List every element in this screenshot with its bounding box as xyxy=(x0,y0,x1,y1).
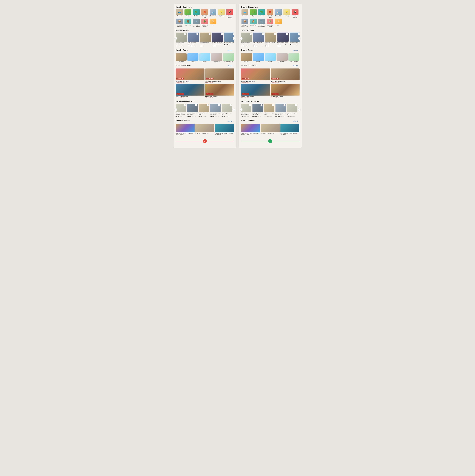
rec-card[interactable]: ♡ Leonard Upholstered Platform Bed $157.… xyxy=(276,104,286,117)
dept-item[interactable]: 🌿 Outdoor xyxy=(258,9,265,18)
editor-card[interactable]: 3 Power Recipes to Start Your Year (and … xyxy=(176,124,194,136)
wishlist-button[interactable]: ♡ xyxy=(250,33,252,35)
dept-item[interactable]: 🔧 Home Improvement xyxy=(192,18,200,27)
wishlist-button[interactable]: ♡ xyxy=(274,33,276,35)
dept-item[interactable]: 💡 Lighting xyxy=(283,9,291,18)
dept-item[interactable]: 🟩 Rugs xyxy=(184,9,192,18)
product-card[interactable]: ♡ Colby Upholstered Platform Bed $155.99… xyxy=(253,33,264,47)
deals-see-all-right[interactable]: See All → xyxy=(293,65,299,67)
room-item[interactable]: Living Room xyxy=(176,53,187,62)
dept-item[interactable]: 💡 Lighting xyxy=(217,9,225,18)
product-card[interactable]: ♡ Colby Upholstered Platform Bed $155.99… xyxy=(188,33,199,47)
rec-card[interactable]: ♡ Greer Ivory/Grey Area Rug $33.99 $895.… xyxy=(287,104,298,117)
dept-item[interactable]: 🌿 Outdoor xyxy=(192,9,200,18)
dept-item[interactable]: 🧸 Baby & Kids xyxy=(184,18,192,27)
editor-card[interactable]: How to Design the "Big Girl" Bedroom of … xyxy=(281,124,299,136)
rec-prev-left[interactable]: ‹ xyxy=(175,108,177,111)
room-item[interactable]: Dining Room xyxy=(211,53,222,62)
dept-item[interactable]: 🟩 Rugs xyxy=(249,9,257,18)
room-item[interactable]: Bedroom xyxy=(187,53,198,62)
deal-card[interactable]: Up to 70% OFF Kitchen Carts for Small Sp… xyxy=(271,68,299,83)
editors-see-all-right[interactable]: See All → xyxy=(293,120,299,122)
dept-item[interactable]: 🍳 Kitchen & Tabletop xyxy=(291,9,299,18)
wishlist-button[interactable]: ♡ xyxy=(221,33,223,35)
rec-next-right[interactable]: › xyxy=(298,108,300,111)
rec-card[interactable]: ♡ Leonard Upholstered Platform Bed $157.… xyxy=(210,104,221,117)
deal-card[interactable]: Up to 70% OFF 5x8 Area Rugs Under $39 ⏱ … xyxy=(205,84,234,98)
dept-item[interactable]: 🏷️ Sale xyxy=(209,18,217,27)
deal-card[interactable]: Up to 70% OFF Bedrooms for Every Budget … xyxy=(176,68,205,83)
rec-prev-right[interactable]: ‹ xyxy=(240,108,243,111)
deal-card[interactable]: Up to 70% OFF Custom Upholstery Deals ⏱ … xyxy=(176,84,205,98)
rec-wishlist-button[interactable]: ♡ xyxy=(184,104,186,106)
room-item[interactable]: Entry & Mudroom xyxy=(223,53,234,62)
editor-card[interactable]: 3 Power Recipes to Start Your Year (and … xyxy=(241,124,260,136)
carousel-next-left[interactable]: › xyxy=(233,37,235,40)
rec-wishlist-button[interactable]: ♡ xyxy=(218,104,220,106)
dept-item[interactable]: 🏷️ Sale xyxy=(274,18,282,27)
product-card[interactable]: ♡ Keystone Iron Lantern 18.75" Desk Lamp… xyxy=(212,33,223,47)
dept-item[interactable]: 🛋️ Furniture xyxy=(176,9,183,18)
dept-item[interactable]: 🍳 Kitchen & Tabletop xyxy=(226,9,234,18)
dept-item[interactable]: 🎄 Seasonal & Holiday xyxy=(266,18,274,27)
rec-wishlist-button[interactable]: ♡ xyxy=(195,104,197,106)
editor-card[interactable]: 5 Home Reno Trends We Love xyxy=(261,124,280,136)
rec-wishlist-button[interactable]: ♡ xyxy=(249,104,251,106)
rec-wishlist-button[interactable]: ♡ xyxy=(229,104,232,106)
product-card[interactable]: ♡ Miltiades 27" Table Lamp $60.00 $79.99 xyxy=(176,33,187,47)
rec-card[interactable]: ♡ Miltiades 26.5" Table Lamp $60.00 $99.… xyxy=(264,104,274,117)
dept-item[interactable]: 🎄 Seasonal & Holiday xyxy=(201,18,209,27)
carousel-prev-right[interactable]: ‹ xyxy=(240,37,243,40)
dept-item[interactable]: 🏮 Décor & Pillows xyxy=(266,9,274,18)
carousel-prev-left[interactable]: ‹ xyxy=(175,37,177,40)
deal-card[interactable]: Up to 70% OFF Custom Upholstery Deals ⏱ … xyxy=(241,84,270,98)
rec-wishlist-button[interactable]: ♡ xyxy=(261,104,263,106)
product-card[interactable]: ♡ Keystone Iron Lantern 18.75" Desk Lamp… xyxy=(278,33,289,47)
wishlist-button[interactable]: ♡ xyxy=(262,33,264,35)
room-item[interactable]: Entry & Mudroom xyxy=(288,53,299,62)
dept-item[interactable]: 🛏️ Bed & Bath xyxy=(274,9,282,18)
editor-card[interactable]: How to Design the "Big Girl" Bedroom of … xyxy=(215,124,234,136)
product-card[interactable]: ♡ Sticks Wall Mounted Coat Rack $25.00 xyxy=(265,33,276,47)
product-card[interactable]: ♡ Angeline Blue Area Rug $36.99 $54.99 xyxy=(290,33,299,47)
rec-next-left[interactable]: › xyxy=(233,108,235,111)
room-item[interactable]: Dining Room xyxy=(277,53,288,62)
rec-wishlist-button[interactable]: ♡ xyxy=(207,104,209,106)
product-card[interactable]: ♡ Angeline Blue Area Rug $36.99 $54.99 xyxy=(224,33,234,47)
dept-item[interactable]: 🏮 Décor & Pillows xyxy=(201,9,209,18)
dept-item[interactable]: 🛋️ Furniture xyxy=(241,9,249,18)
product-card[interactable]: ♡ Sticks Wall Mounted Coat Rack $25.00 xyxy=(200,33,211,47)
deal-card[interactable]: Up to 70% OFF 5x8 Area Rugs Under $39 ⏱ … xyxy=(271,84,299,98)
dept-item[interactable]: 🔧 Home Improvement xyxy=(258,18,265,27)
deals-see-all-left[interactable]: See All → xyxy=(228,65,234,67)
wishlist-button[interactable]: ♡ xyxy=(209,33,211,35)
deal-card[interactable]: Up to 70% OFF Kitchen Carts for Small Sp… xyxy=(205,68,234,83)
room-item[interactable]: Bathroom xyxy=(199,53,210,62)
editor-card[interactable]: 5 Home Reno Trends We Love xyxy=(195,124,214,136)
editors-see-all-left[interactable]: See All → xyxy=(228,120,234,122)
deal-card[interactable]: Up to 70% OFF Bedrooms for Every Budget … xyxy=(241,68,270,83)
rec-card[interactable]: ♡ Greer Ivory/Grey Area Rug $33.99 $895.… xyxy=(222,104,232,117)
wishlist-button[interactable]: ♡ xyxy=(233,33,234,35)
wishlist-button[interactable]: ♡ xyxy=(196,33,198,35)
room-item[interactable]: Bedroom xyxy=(253,53,264,62)
room-see-all-left[interactable]: See All → xyxy=(228,50,234,51)
product-card[interactable]: ♡ Miltiades 27" Table Lamp $60.00 $79.99 xyxy=(241,33,252,47)
dept-item[interactable]: 📦 Storage & Organization xyxy=(176,18,183,27)
wishlist-button[interactable]: ♡ xyxy=(184,33,186,35)
rec-card[interactable]: ♡ Wilkin Chevron Grey/Ivory Area Rug $36… xyxy=(176,104,186,117)
rec-wishlist-button[interactable]: ♡ xyxy=(272,104,274,106)
room-see-all-right[interactable]: See All → xyxy=(293,50,299,51)
rec-card[interactable]: ♡ Wilkin Chevron Grey/Ivory Area Rug $36… xyxy=(241,104,251,117)
rec-wishlist-button[interactable]: ♡ xyxy=(295,104,297,106)
carousel-next-right[interactable]: › xyxy=(298,37,300,40)
wishlist-button[interactable]: ♡ xyxy=(286,33,288,35)
dept-item[interactable]: 🛏️ Bed & Bath xyxy=(209,9,217,18)
rec-wishlist-button[interactable]: ♡ xyxy=(283,104,285,106)
room-item[interactable]: Living Room xyxy=(241,53,252,62)
rec-card[interactable]: ♡ Minter Upholstered Sleeper Sofa $294.9… xyxy=(252,104,263,117)
dept-item[interactable]: 🧸 Baby & Kids xyxy=(249,18,257,27)
room-item[interactable]: Bathroom xyxy=(265,53,276,62)
wishlist-button[interactable]: ♡ xyxy=(298,33,299,35)
dept-item[interactable]: 📦 Storage & Organization xyxy=(241,18,249,27)
